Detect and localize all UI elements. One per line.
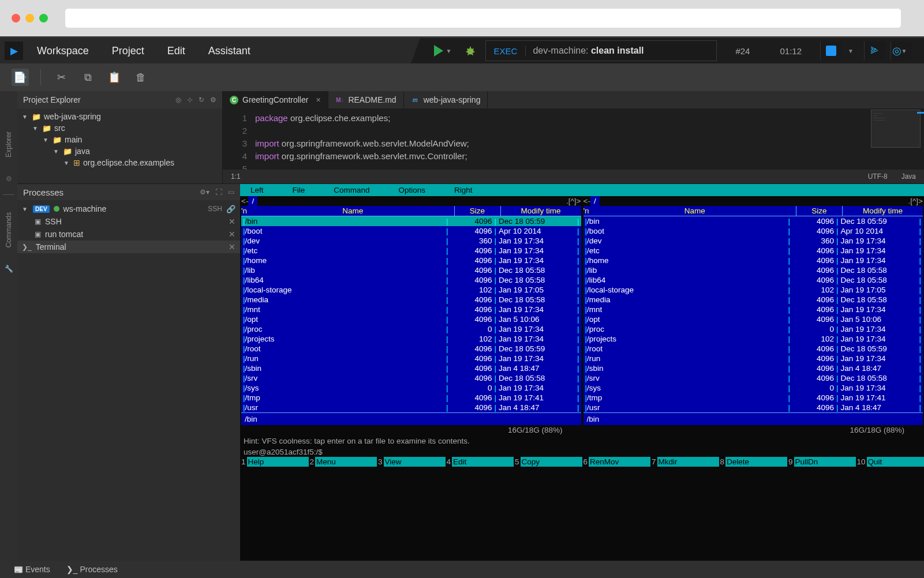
mc-menu-file[interactable]: File [293, 185, 305, 195]
target-button[interactable]: ◎▼ [891, 42, 911, 60]
mc-file-row[interactable]: |/sbin|4096|Jan 4 18:47| [583, 363, 923, 373]
tree-row-java[interactable]: ▼📁java [22, 145, 218, 157]
mc-file-row[interactable]: |/usr|4096|Jan 4 18:47| [241, 403, 581, 412]
mc-file-row[interactable]: |/etc|4096|Jan 19 17:34| [241, 246, 581, 256]
mc-file-row[interactable]: |/run|4096|Jan 19 17:34| [583, 354, 923, 363]
mc-file-row[interactable]: |/root|4096|Dec 18 05:59| [583, 344, 923, 354]
tree-row-src[interactable]: ▼📁src [22, 122, 218, 134]
mc-file-row[interactable]: |/mnt|4096|Jan 19 17:34| [583, 305, 923, 314]
mc-file-row[interactable]: |/lib64|4096|Dec 18 05:58| [241, 275, 581, 285]
mc-menu-right[interactable]: Right [454, 185, 473, 195]
mc-file-row[interactable]: |/projects|102|Jan 19 17:34| [583, 334, 923, 344]
address-bar[interactable] [65, 9, 901, 28]
processes-tree[interactable]: ▼DEVws-machineSSH🔗 ▣SSH✕ ▣run tomcat✕ ❯_… [17, 200, 240, 256]
mc-file-row[interactable]: |/lib|4096|Dec 18 05:58| [583, 265, 923, 275]
mc-file-row[interactable]: |/bin|4096|Dec 18 05:59| [241, 216, 581, 226]
copy-button[interactable]: ⧉ [79, 69, 96, 86]
tree-row-main[interactable]: ▼📁main [22, 134, 218, 145]
processes-tab[interactable]: ❯_ Processes [66, 565, 118, 574]
mc-menubar[interactable]: Left File Command Options Right [240, 184, 924, 196]
pe-collapse-icon[interactable]: ⊹ [187, 96, 193, 104]
mc-file-row[interactable]: |/dev|360|Jan 19 17:34| [241, 236, 581, 246]
proc-terminal-row[interactable]: ❯_Terminal✕ [17, 241, 240, 253]
minimap[interactable]: —————————————————————— [871, 110, 921, 148]
split-button[interactable]: ⫸ [864, 42, 885, 60]
pe-locate-icon[interactable]: ◎ [175, 96, 181, 104]
close-icon[interactable]: ✕ [229, 242, 235, 252]
gutter-explorer[interactable]: Explorer [5, 126, 13, 163]
menu-project[interactable]: Project [112, 45, 144, 57]
proc-ssh-row[interactable]: ▣SSH✕ [22, 215, 235, 228]
mc-file-row[interactable]: |/media|4096|Dec 18 05:58| [583, 295, 923, 305]
run-button[interactable]: ▼ [434, 45, 455, 57]
menu-workspace[interactable]: Workspace [37, 45, 89, 57]
mc-file-row[interactable]: |/etc|4096|Jan 19 17:34| [583, 246, 923, 256]
close-icon[interactable]: ✕ [229, 217, 235, 226]
tab-web-java-spring[interactable]: mweb-java-spring [404, 91, 488, 108]
mc-file-row[interactable]: |/run|4096|Jan 19 17:34| [241, 354, 581, 363]
mc-file-row[interactable]: |/tmp|4096|Jan 19 17:41| [241, 393, 581, 403]
stop-button[interactable] [820, 42, 841, 60]
mc-right-pane[interactable]: <-/.[^]> 'nNameSizeModify time |/bin|409… [583, 196, 923, 425]
mc-file-row[interactable]: |/mnt|4096|Jan 19 17:34| [241, 305, 581, 314]
pe-refresh-icon[interactable]: ↻ [199, 96, 204, 104]
mc-file-row[interactable]: |/srv|4096|Dec 18 05:58| [583, 373, 923, 383]
mc-file-row[interactable]: |/projects|102|Jan 19 17:34| [241, 334, 581, 344]
mc-file-row[interactable]: |/opt|4096|Jan 5 10:06| [241, 314, 581, 324]
link-icon[interactable]: 🔗 [226, 205, 235, 213]
new-file-button[interactable]: 📄+ [12, 69, 29, 86]
close-icon[interactable]: ✕ [316, 96, 321, 104]
window-min-icon[interactable] [25, 14, 34, 22]
mc-file-row[interactable]: |/media|4096|Dec 18 05:58| [241, 295, 581, 305]
mc-file-row[interactable]: |/sys|0|Jan 19 17:34| [241, 383, 581, 393]
menu-edit[interactable]: Edit [167, 45, 185, 57]
tab-greeting-controller[interactable]: CGreetingController✕ [223, 91, 328, 108]
language[interactable]: Java [901, 172, 916, 181]
tab-readme[interactable]: M↓README.md [328, 91, 403, 108]
mc-file-row[interactable]: |/dev|360|Jan 19 17:34| [583, 236, 923, 246]
dropdown-icon[interactable]: ▼ [848, 48, 857, 54]
mc-file-row[interactable]: |/tmp|4096|Jan 19 17:41| [583, 393, 923, 403]
mc-menu-command[interactable]: Command [334, 185, 369, 195]
paste-button[interactable]: 📋 [106, 69, 123, 86]
gutter-commands[interactable]: Commands [5, 207, 13, 253]
project-tree[interactable]: ▼📁web-java-spring ▼📁src ▼📁main ▼📁java ▼⊞… [17, 108, 222, 171]
mc-menu-options[interactable]: Options [399, 185, 426, 195]
mc-file-row[interactable]: |/srv|4096|Dec 18 05:58| [241, 373, 581, 383]
proc-tomcat-row[interactable]: ▣run tomcat✕ [22, 228, 235, 241]
mc-file-row[interactable]: |/sys|0|Jan 19 17:34| [583, 383, 923, 393]
cut-button[interactable]: ✂ [53, 69, 70, 86]
mc-file-row[interactable]: |/local-storage|102|Jan 19 17:05| [241, 285, 581, 295]
code-area[interactable]: 12345 package org.eclipse.che.examples; … [223, 108, 924, 175]
terminal-view[interactable]: Left File Command Options Right <-/.[^]>… [240, 184, 924, 561]
mc-left-pane[interactable]: <-/.[^]> 'nNameSizeModify time |/bin|409… [241, 196, 581, 425]
events-tab[interactable]: 📰 Events [14, 565, 50, 574]
tree-row-package[interactable]: ▼⊞org.eclipse.che.examples [22, 157, 218, 168]
mc-menu-left[interactable]: Left [250, 185, 264, 195]
debug-button[interactable] [462, 43, 478, 59]
window-max-icon[interactable] [39, 14, 48, 22]
expand-button[interactable]: ▶ [5, 42, 23, 60]
mc-file-row[interactable]: |/root|4096|Dec 18 05:59| [241, 344, 581, 354]
mc-file-row[interactable]: |/usr|4096|Jan 4 18:47| [583, 403, 923, 412]
mc-file-row[interactable]: |/home|4096|Jan 19 17:34| [583, 256, 923, 265]
close-icon[interactable]: ✕ [229, 230, 235, 239]
mc-file-row[interactable]: |/opt|4096|Jan 5 10:06| [583, 314, 923, 324]
mc-file-row[interactable]: |/lib64|4096|Dec 18 05:58| [583, 275, 923, 285]
mc-file-row[interactable]: |/home|4096|Jan 19 17:34| [241, 256, 581, 265]
window-close-icon[interactable] [12, 14, 20, 22]
mc-file-row[interactable]: |/bin|4096|Dec 18 05:59| [583, 216, 923, 226]
proc-min-icon[interactable]: ▭ [228, 188, 234, 196]
pe-gear-icon[interactable]: ⚙ [210, 96, 216, 104]
mc-prompt[interactable]: user@a2051acf31f5:/$ [240, 447, 924, 457]
proc-gear-icon[interactable]: ⚙▾ [200, 188, 210, 196]
exec-input[interactable]: dev-machine: clean install [526, 46, 716, 56]
mc-file-row[interactable]: |/boot|4096|Apr 10 2014| [241, 226, 581, 236]
mc-file-row[interactable]: |/proc|0|Jan 19 17:34| [583, 324, 923, 334]
proc-max-icon[interactable]: ⛶ [215, 188, 222, 196]
proc-machine-row[interactable]: ▼DEVws-machineSSH🔗 [22, 202, 235, 215]
tree-row-project[interactable]: ▼📁web-java-spring [22, 111, 218, 122]
mc-file-row[interactable]: |/proc|0|Jan 19 17:34| [241, 324, 581, 334]
mc-file-row[interactable]: |/sbin|4096|Jan 4 18:47| [241, 363, 581, 373]
delete-button[interactable]: 🗑 [132, 69, 149, 86]
